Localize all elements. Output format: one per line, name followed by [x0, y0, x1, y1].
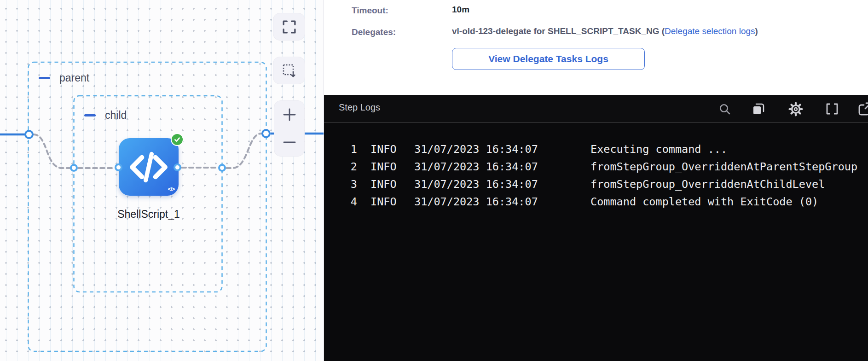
log-level: INFO: [370, 160, 397, 174]
delegates-label: Delegates:: [352, 27, 396, 37]
delegates-value: vl-old-123-delegate for SHELL_SCRIPT_TAS…: [452, 26, 758, 36]
parent-group-border[interactable]: [29, 62, 266, 351]
open-in-new-icon: [856, 101, 868, 117]
child-in-port[interactable]: [70, 164, 78, 172]
view-delegate-tasks-logs-button[interactable]: View Delegate Tasks Logs: [452, 48, 645, 70]
success-check-icon: [171, 133, 184, 146]
parent-out-port[interactable]: [261, 129, 271, 138]
console-title: Step Logs: [339, 102, 380, 113]
child-group-header[interactable]: child: [84, 109, 127, 122]
node-in-port[interactable]: [115, 163, 122, 171]
child-group-label: child: [105, 109, 127, 122]
zoom-out-icon: [282, 135, 297, 150]
log-timestamp: 31/07/2023 16:34:07: [414, 177, 538, 191]
log-line: 2 INFO 31/07/2023 16:34:07 fromStepGroup…: [324, 158, 868, 175]
log-line-number: 4: [344, 195, 357, 209]
collapse-minus-icon[interactable]: [39, 77, 50, 79]
log-line: 4 INFO 31/07/2023 16:34:07 Command compl…: [324, 193, 868, 210]
log-message: fromStepGroup_OverriddenAtParentStepGrou…: [590, 160, 857, 174]
zoom-in-button[interactable]: [274, 101, 304, 128]
log-line-number: 2: [344, 160, 357, 174]
log-lines: 1 INFO 31/07/2023 16:34:07 Executing com…: [324, 124, 868, 210]
fullscreen-icon: [825, 102, 839, 116]
delegate-selection-logs-link[interactable]: Delegate selection logs: [665, 26, 755, 36]
log-line-number: 1: [344, 142, 357, 156]
step-logs-console: Step Logs: [324, 95, 868, 361]
step-node-shellscript[interactable]: </>: [119, 138, 179, 196]
log-line: 1 INFO 31/07/2023 16:34:07 Executing com…: [324, 140, 868, 158]
zoom-controls: [274, 100, 305, 157]
log-timestamp: 31/07/2023 16:34:07: [414, 142, 538, 156]
fullscreen-logs-button[interactable]: [825, 95, 839, 123]
collapse-minus-icon[interactable]: [84, 114, 96, 116]
zoom-in-icon: [282, 107, 297, 122]
expand-canvas-button[interactable]: [273, 13, 305, 41]
edge-child-to-parent: [226, 134, 261, 168]
log-message: Executing command ...: [590, 142, 727, 156]
code-icon: [127, 146, 170, 188]
log-message: fromStepGroup_OverriddenAtChildLevel: [590, 177, 825, 191]
copy-logs-button[interactable]: [751, 95, 766, 123]
console-header: Step Logs: [324, 95, 868, 123]
parent-group-header[interactable]: parent: [39, 72, 89, 84]
step-node-title: ShellScript_1: [117, 208, 180, 221]
marquee-select-icon: [281, 63, 297, 79]
log-level: INFO: [370, 177, 397, 191]
edge-parent-to-child: [34, 134, 70, 168]
node-out-port[interactable]: [174, 163, 181, 171]
log-level: INFO: [370, 195, 397, 209]
delegates-close-paren: ): [755, 26, 758, 36]
log-message: Command completed with ExitCode (0): [590, 195, 818, 209]
child-out-port[interactable]: [218, 164, 226, 172]
step-details-panel: Timeout: 10m Delegates: vl-old-123-deleg…: [324, 0, 868, 361]
search-icon: [718, 102, 732, 116]
pipeline-canvas[interactable]: parent child </> ShellScript_1: [0, 0, 324, 361]
zoom-out-button[interactable]: [274, 128, 304, 156]
timeout-value: 10m: [452, 5, 469, 15]
step-type-icon: </>: [168, 186, 174, 192]
parent-group-label: parent: [59, 72, 89, 84]
log-timestamp: 31/07/2023 16:34:07: [414, 195, 538, 209]
log-search-button[interactable]: [718, 95, 732, 123]
settings-gear-icon: [787, 100, 804, 118]
delegate-name-text: vl-old-123-delegate for SHELL_SCRIPT_TAS…: [452, 26, 665, 36]
copy-icon: [751, 101, 766, 117]
marquee-select-button[interactable]: [273, 57, 305, 84]
log-level: INFO: [370, 142, 397, 156]
expand-icon: [282, 19, 297, 35]
timeout-label: Timeout:: [352, 6, 388, 16]
parent-in-port[interactable]: [24, 130, 34, 139]
log-timestamp: 31/07/2023 16:34:07: [414, 160, 538, 174]
log-line: 3 INFO 31/07/2023 16:34:07 fromStepGroup…: [324, 175, 868, 193]
log-settings-button[interactable]: [787, 95, 804, 123]
open-in-new-button[interactable]: [856, 95, 868, 123]
log-line-number: 3: [344, 177, 357, 191]
